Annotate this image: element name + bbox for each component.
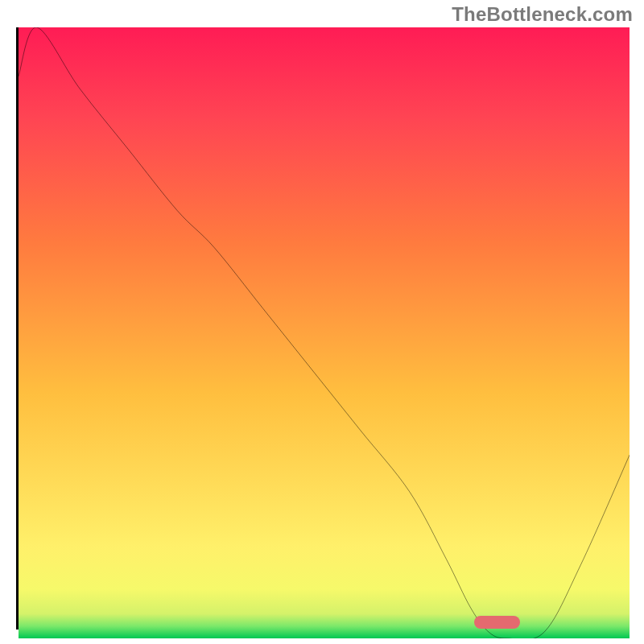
plot-area — [16, 27, 630, 630]
watermark-label: TheBottleneck.com — [452, 3, 633, 26]
svg-rect-0 — [19, 27, 630, 638]
background-gradient — [19, 27, 630, 638]
chart-canvas: TheBottleneck.com — [0, 0, 644, 644]
optimal-marker — [474, 616, 519, 629]
